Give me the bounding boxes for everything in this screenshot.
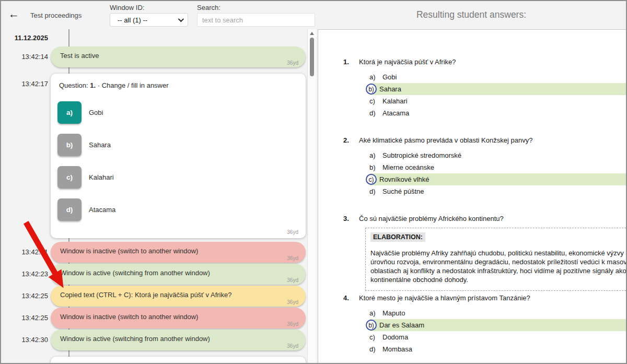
question-text: Aké klimatické pásmo prevláda v oblasti … <box>359 136 626 144</box>
question-event-title: Question: 1. · Change / fill in answer <box>57 81 297 89</box>
answer-option-row: d)Atacama <box>57 198 297 221</box>
event-card[interactable]: Window is inactive (switch to another wi… <box>51 308 306 328</box>
answer-option-label: Sahara <box>89 141 111 149</box>
timeline-event-row: 13:42:30Question: 1. · Change / fill in … <box>1 357 307 363</box>
timeline-scrollbar[interactable] <box>307 29 316 363</box>
answer-option-button: b) <box>57 134 82 156</box>
answer-option-label: Gobi <box>89 109 103 116</box>
timeline-event-row: 13:42:17Question: 1. · Change / fill in … <box>1 74 307 238</box>
window-id-selected-value: -- all (1) -- <box>118 16 175 24</box>
selected-option-row: c)Rovníkové vlhké <box>369 173 626 185</box>
event-time: 13:42:25 <box>1 308 48 322</box>
answer-option-button: c) <box>57 166 82 189</box>
option-row: d)Suché púštne <box>369 185 626 197</box>
option-letter: c) <box>369 97 382 105</box>
timeline-date: 11.12.2025 <box>1 29 48 46</box>
content-area: 11.12.2025 13:42:14Test is active36yd13:… <box>1 29 626 363</box>
event-card[interactable]: Copied text (CTRL + C): Ktorá je najväčš… <box>51 286 306 307</box>
option-text: Rovníkové vlhké <box>379 175 429 183</box>
event-card[interactable]: Window is active (switching from another… <box>51 264 306 285</box>
event-badge: 36yd <box>287 321 298 327</box>
timeline-event-row: 13:42:14Test is active36yd <box>1 46 307 67</box>
option-row: d)Atacama <box>369 107 626 119</box>
event-text: Window is inactive (switch to another wi… <box>60 247 198 255</box>
event-text: Copied text (CTRL + C): Ktorá je najväčš… <box>60 291 231 299</box>
option-letter: a) <box>369 151 382 159</box>
timeline-event-row: 13:42:21Window is inactive (switch to an… <box>1 242 307 263</box>
question-number: 1. <box>90 81 96 89</box>
answer-options: a)Gobib)Saharac)Kalaharid)Atacama <box>57 101 297 221</box>
scrollbar-up-arrow[interactable] <box>310 32 314 35</box>
option-letter: d) <box>369 187 382 195</box>
event-badge: 36yd <box>287 343 298 349</box>
top-bar: ← Test proceedings Window ID: -- all (1)… <box>1 1 626 29</box>
search-input[interactable] <box>197 13 315 27</box>
option-row: d)Mombasa <box>369 343 626 355</box>
question-number: 3. <box>343 215 359 291</box>
event-text: Window is active (switching from another… <box>60 269 210 277</box>
question-block: 1.Ktorá je najväčšia púšť v Afrike?a)Gob… <box>343 58 626 119</box>
option-row: c)Dodoma <box>369 331 626 343</box>
question-number: 4. <box>343 294 359 355</box>
event-time: 13:42:14 <box>1 46 48 61</box>
option-text: Atacama <box>382 109 409 117</box>
answer-option-label: Atacama <box>89 206 115 214</box>
event-time: 13:42:21 <box>1 242 48 256</box>
window-id-label: Window ID: <box>110 4 144 11</box>
answer-option-button: d) <box>57 198 82 221</box>
event-badge: 36yd <box>287 277 298 283</box>
event-time: 13:42:30 <box>1 357 48 363</box>
answer-option-row: c)Kalahari <box>57 166 297 189</box>
option-letter: a) <box>369 309 382 317</box>
elaboration-label: ELABORATION: <box>370 232 425 242</box>
event-badge: 36yd <box>287 299 298 305</box>
selected-option-row: b)Dar es Salaam <box>369 319 626 331</box>
option-row: b)Mierne oceánske <box>369 161 626 173</box>
option-letter: b) <box>369 163 382 171</box>
elaboration-text-line: úrovňou rozvoja, environmentálnu degradá… <box>370 257 626 266</box>
question-body: Ktorá je najväčšia púšť v Afrike?a)Gobib… <box>359 58 626 119</box>
option-row: a)Maputo <box>369 307 626 319</box>
option-letter: c) <box>366 174 377 185</box>
question-body: Čo sú najväčšie problémy Afrického konti… <box>359 215 626 291</box>
option-text: Mombasa <box>382 345 412 353</box>
option-row: c)Kalahari <box>369 95 626 107</box>
option-letter: a) <box>369 73 382 81</box>
elaboration-box: ELABORATION:Najväčšie problémy Afriky za… <box>365 228 626 291</box>
answer-option-row: b)Sahara <box>57 134 297 156</box>
elaboration-text-line: kontinentálne obchodné dohody. <box>370 275 626 284</box>
event-card[interactable]: Test is active36yd <box>51 46 306 67</box>
window-id-select[interactable]: -- all (1) -- <box>110 13 188 27</box>
event-card[interactable]: Window is active (switching from another… <box>51 330 306 350</box>
option-text: Gobi <box>382 73 397 81</box>
option-text: Subtropické stredomorské <box>382 151 461 159</box>
scrollbar-thumb[interactable] <box>310 38 314 76</box>
timeline-event-row: 13:42:23Window is active (switching from… <box>1 264 307 285</box>
question-number: 2. <box>343 136 359 197</box>
event-text: Window is inactive (switch to another wi… <box>60 313 198 321</box>
question-event-card[interactable]: Question: 1. · Change / fill in answer <box>51 357 306 363</box>
question-text: Ktoré mesto je najväčšie a hlavným príst… <box>359 294 626 302</box>
question-block: 2.Aké klimatické pásmo prevláda v oblast… <box>343 136 626 197</box>
answers-panel: 1.Ktorá je najväčšia púšť v Afrike?a)Gob… <box>316 29 626 363</box>
option-row: a)Subtropické stredomorské <box>369 149 626 161</box>
option-letter: c) <box>369 333 382 341</box>
page-title: Test proceedings <box>30 11 82 19</box>
option-letter: d) <box>369 345 382 353</box>
timeline-event-row: 13:42:25Copied text (CTRL + C): Ktorá je… <box>1 286 307 307</box>
chevron-down-icon <box>178 16 184 22</box>
event-card[interactable]: Window is inactive (switch to another wi… <box>51 242 306 263</box>
question-event-card[interactable]: Question: 1. · Change / fill in answera)… <box>51 74 306 238</box>
event-time: 13:42:30 <box>1 330 48 344</box>
back-icon[interactable]: ← <box>8 8 19 19</box>
event-badge: 36yd <box>287 60 298 66</box>
option-text: Dar es Salaam <box>379 321 424 329</box>
question-text: Ktorá je najväčšia púšť v Afrike? <box>359 58 626 66</box>
question-number: 1. <box>343 58 359 119</box>
option-text: Suché púštne <box>382 187 424 195</box>
answer-option-row: a)Gobi <box>57 101 297 124</box>
search-label: Search: <box>197 4 220 11</box>
question-block: 4.Ktoré mesto je najväčšie a hlavným prí… <box>343 294 626 355</box>
option-text: Mierne oceánske <box>382 163 434 171</box>
question-title-prefix: Question: <box>59 81 90 89</box>
